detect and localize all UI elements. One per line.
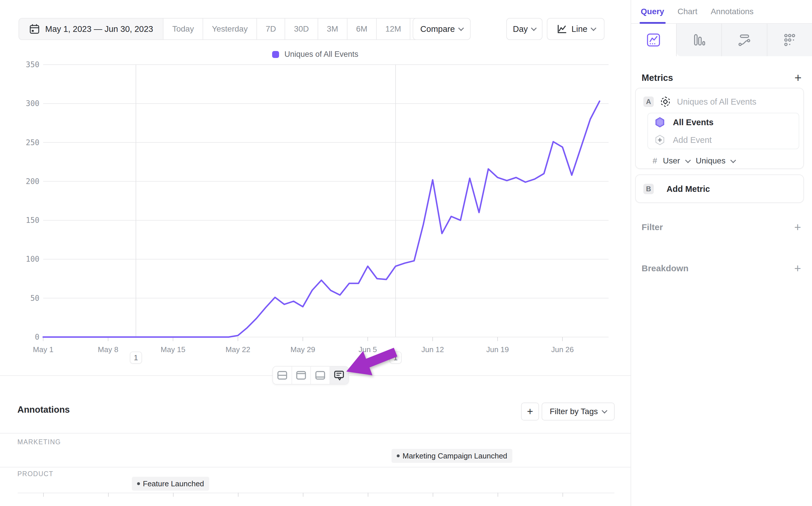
metric-b-badge: B <box>643 184 654 194</box>
add-metric-plus-icon[interactable]: + <box>794 72 802 84</box>
preset-7d[interactable]: 7D <box>257 18 285 39</box>
y-axis-label: 350 <box>26 60 39 69</box>
annotation-chip[interactable]: Marketing Campaign Launched <box>391 449 512 463</box>
x-axis-label: Jun 26 <box>551 345 574 354</box>
y-axis-label: 50 <box>30 294 39 303</box>
annotations-axis-tick <box>108 493 109 497</box>
annotations-axis-tick <box>498 493 498 497</box>
chevron-down-icon <box>731 157 736 163</box>
panel-bottom-icon <box>314 369 327 382</box>
preset-12m[interactable]: 12M <box>377 18 410 39</box>
date-range-label: May 1, 2023 — Jun 30, 2023 <box>45 24 153 34</box>
panel-top-button[interactable] <box>292 366 311 384</box>
measure-prefix: # <box>653 156 657 165</box>
chevron-down-icon <box>531 25 537 31</box>
y-axis-label: 250 <box>26 138 39 147</box>
preset-6m[interactable]: 6M <box>348 18 377 39</box>
chart-type-label: Line <box>571 24 588 34</box>
split-rows-button[interactable] <box>273 366 292 384</box>
active-tab-underline <box>640 22 666 24</box>
add-event-row[interactable]: Add Event <box>648 131 799 149</box>
event-row-all-events[interactable]: All Events <box>648 113 799 131</box>
funnel-bars-icon <box>692 32 707 48</box>
line-chart[interactable]: 050100150200250300350May 1May 8May 15May… <box>0 44 631 368</box>
sidebar-tab-chart[interactable]: Chart <box>678 7 697 23</box>
panel-top-icon <box>295 369 307 382</box>
x-axis-label: Jun 12 <box>421 345 444 354</box>
filter-by-tags-label: Filter by Tags <box>550 407 598 416</box>
annotation-count-badge[interactable]: 1 <box>130 351 142 364</box>
y-axis-label: 0 <box>35 333 39 341</box>
metric-settings-icon[interactable] <box>659 96 671 107</box>
view-tab-insights-line[interactable] <box>631 24 676 56</box>
measure-entity-dropdown[interactable]: User <box>663 156 680 165</box>
annotations-axis-tick <box>562 493 563 497</box>
view-tab-flows[interactable] <box>722 24 768 56</box>
annotations-axis-tick <box>238 493 239 497</box>
metrics-title: Metrics <box>642 73 673 83</box>
preset-30d[interactable]: 30D <box>285 18 318 39</box>
annotations-axis-tick <box>173 493 174 497</box>
split-rows-icon <box>276 369 289 382</box>
measure-selector: # User Uniques <box>653 156 735 165</box>
y-axis-label: 300 <box>26 99 39 108</box>
x-axis-label: Jun 19 <box>486 345 509 354</box>
y-axis-label: 150 <box>26 216 39 225</box>
annotation-group-divider <box>0 467 631 468</box>
sidebar-tabs: QueryChartAnnotations <box>631 0 812 24</box>
add-event-label: Add Event <box>673 135 712 145</box>
annotation-chip-label: Marketing Campaign Launched <box>402 451 507 460</box>
chevron-down-icon <box>602 408 607 414</box>
annotations-axis-tick <box>433 493 433 497</box>
metric-a-title[interactable]: Uniques of All Events <box>677 97 756 107</box>
insights-report: May 1, 2023 — Jun 30, 2023 TodayYesterda… <box>0 0 812 506</box>
compare-label: Compare <box>420 24 455 34</box>
add-breakdown-plus-icon[interactable]: + <box>794 263 801 274</box>
preset-today[interactable]: Today <box>164 18 203 39</box>
annotation-chip-label: Feature Launched <box>143 479 204 488</box>
chart-layout-toolbar <box>272 366 349 385</box>
calendar-icon <box>29 23 40 34</box>
add-event-hexagon-icon <box>654 135 665 146</box>
annotations-axis-tick <box>368 493 368 497</box>
chevron-down-icon <box>458 25 464 31</box>
annotation-category-label: PRODUCT <box>17 470 53 478</box>
x-axis-label: May 22 <box>225 345 250 354</box>
measure-type-dropdown[interactable]: Uniques <box>696 156 726 165</box>
y-axis-label: 100 <box>26 255 39 263</box>
series-line[interactable] <box>43 101 600 337</box>
compare-button[interactable]: Compare <box>413 18 471 40</box>
view-tab-funnel-bars[interactable] <box>676 24 722 56</box>
metric-card-b[interactable]: B Add Metric <box>635 174 804 203</box>
event-hexagon-icon <box>654 117 665 128</box>
granularity-label: Day <box>513 24 528 34</box>
x-axis-label: May 15 <box>161 345 185 354</box>
date-range-display[interactable]: May 1, 2023 — Jun 30, 2023 <box>19 18 164 39</box>
sidebar-tab-query[interactable]: Query <box>641 7 664 23</box>
preset-3m[interactable]: 3M <box>318 18 348 39</box>
view-type-tabs <box>631 24 812 56</box>
add-filter-plus-icon[interactable]: + <box>794 222 801 233</box>
date-range-control: May 1, 2023 — Jun 30, 2023 TodayYesterda… <box>18 18 453 40</box>
chart-type-button[interactable]: Line <box>547 18 605 40</box>
filter-by-tags-button[interactable]: Filter by Tags <box>542 403 615 421</box>
x-axis-label: May 29 <box>290 345 315 354</box>
preset-yesterday[interactable]: Yesterday <box>203 18 257 39</box>
panel-bottom-button[interactable] <box>311 366 330 384</box>
granularity-button[interactable]: Day <box>506 18 542 40</box>
breakdown-section-title: Breakdown <box>642 263 689 273</box>
annotation-group-divider <box>0 433 631 434</box>
annotation-dot-icon <box>397 454 399 457</box>
event-list-card: All Events Add Event <box>647 113 799 149</box>
annotation-category-label: MARKETING <box>17 438 61 446</box>
metric-card-a[interactable]: A Uniques of All Events All <box>635 88 804 169</box>
add-annotation-button[interactable]: + <box>521 403 539 421</box>
annotation-chip[interactable]: Feature Launched <box>132 477 209 491</box>
chevron-down-icon <box>591 25 597 31</box>
pointer-arrow <box>342 343 403 380</box>
flows-icon <box>737 32 752 48</box>
sidebar-tab-annotations[interactable]: Annotations <box>711 7 753 23</box>
annotation-dot-icon <box>137 482 140 485</box>
annotations-axis-tick <box>43 493 44 497</box>
view-tab-retention-grid[interactable] <box>768 24 812 56</box>
